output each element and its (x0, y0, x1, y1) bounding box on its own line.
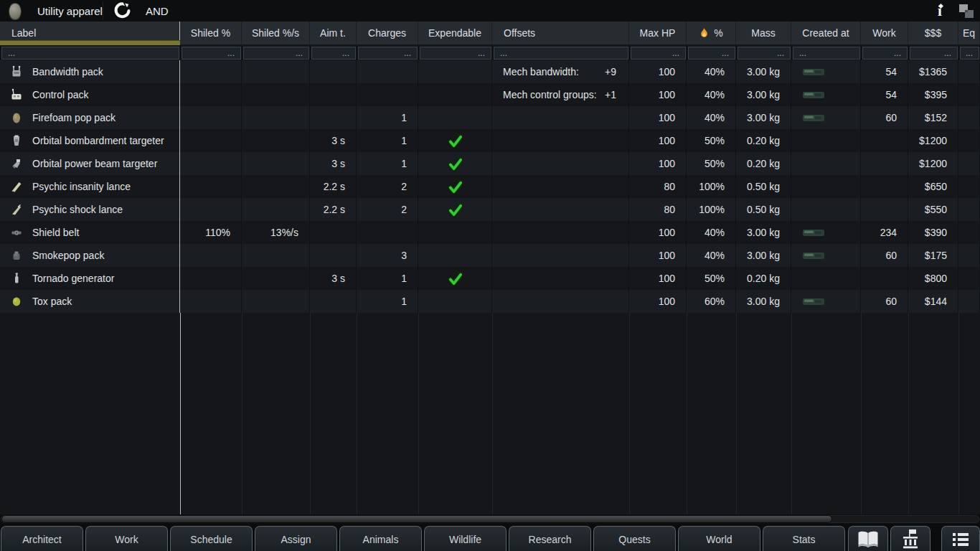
filter-cell-price[interactable]: ... (910, 47, 958, 60)
tab-animals[interactable]: Animals (339, 526, 422, 551)
table-row[interactable]: Tornado generator3 s110050%0.20 kg$800 (0, 267, 980, 290)
column-header-offsets[interactable]: Offsets (492, 22, 629, 44)
cell-value: 100 (659, 250, 675, 261)
overlapping-squares-icon[interactable] (957, 4, 976, 19)
cell-value: 3.00 kg (747, 296, 780, 307)
column-separator (736, 313, 737, 514)
cell-shield_rate (242, 198, 310, 221)
cell-value: 2 (401, 181, 407, 192)
column-header-flammability[interactable]: % (687, 22, 736, 44)
cell-price: $1200 (908, 129, 958, 152)
cell-value: 234 (880, 227, 897, 238)
scrollbar-thumb[interactable] (1, 515, 832, 523)
cell-max_hp: 100 (629, 129, 687, 152)
cell-shield_rate (242, 267, 310, 290)
cell-charges (357, 60, 418, 83)
cell-offsets (492, 152, 629, 175)
filter-cell-shield_rate[interactable]: ... (243, 47, 309, 60)
filter-cell-mass[interactable]: ... (738, 47, 791, 60)
column-header-charges[interactable]: Charges (357, 22, 418, 44)
column-header-shield_pct[interactable]: Shiled % (180, 22, 242, 44)
filter-cell-created_at[interactable]: ... (793, 47, 860, 60)
cell-expendable (418, 152, 492, 175)
column-header-expendable[interactable]: Expendable (418, 22, 492, 44)
column-header-shield_rate[interactable]: Shiled %/s (242, 22, 310, 44)
tab-factions-building[interactable] (890, 526, 930, 551)
table-row[interactable]: Psychic insanity lance2.2 s280100%0.50 k… (0, 175, 980, 198)
filter-cell-charges[interactable]: ... (358, 47, 418, 60)
table-row[interactable]: Tox pack110060%3.00 kg60$144 (0, 290, 980, 313)
cell-max_hp: 100 (629, 152, 687, 175)
table-row[interactable]: Control packMech control groups:+110040%… (0, 83, 980, 106)
cell-max_hp: 100 (629, 244, 687, 267)
table-row[interactable]: Firefoam pop pack110040%3.00 kg60$152 (0, 106, 980, 129)
control-pack-icon (10, 88, 23, 101)
cell-eq (958, 83, 980, 106)
tab-history-book[interactable] (848, 526, 888, 551)
column-header-eq[interactable]: Eq (958, 22, 980, 44)
tab-stats[interactable]: Stats (763, 526, 845, 551)
cell-value: 110% (205, 227, 230, 238)
cell-eq (958, 198, 980, 221)
column-header-price[interactable]: $$$ (908, 22, 958, 44)
filter-cell-expendable[interactable]: ... (420, 47, 491, 60)
offset-label: Mech bandwidth: (503, 66, 579, 77)
cell-value: $175 (925, 250, 947, 261)
tab-work[interactable]: Work (85, 526, 168, 551)
filter-cell-work[interactable]: ... (862, 47, 908, 60)
cell-price: $1200 (908, 152, 958, 175)
table-row[interactable]: Orbital power beam targeter3 s110050%0.2… (0, 152, 980, 175)
cell-charges: 1 (357, 129, 418, 152)
category-label[interactable]: Utility apparel (37, 0, 103, 22)
tab-schedule[interactable]: Schedule (170, 526, 253, 551)
cell-flammability: 100% (687, 175, 736, 198)
column-header-mass[interactable]: Mass (736, 22, 791, 44)
horizontal-scrollbar[interactable] (0, 514, 980, 524)
tab-architect[interactable]: Architect (1, 526, 83, 551)
cell-work: 54 (861, 60, 908, 83)
column-header-label: Mass (751, 27, 775, 39)
shield-belt-icon (10, 226, 23, 239)
cell-work: 60 (861, 106, 908, 129)
table-row[interactable]: Orbital bombardment targeter3 s110050%0.… (0, 129, 980, 152)
column-header-work[interactable]: Work (861, 22, 908, 44)
cell-value: 60% (705, 296, 725, 307)
cell-value: 50% (705, 135, 725, 146)
column-separator (357, 313, 357, 514)
filter-cell-flammability[interactable]: ... (688, 47, 735, 60)
tab-wildlife[interactable]: Wildlife (424, 526, 507, 551)
cell-created_at (791, 221, 861, 244)
filter-cell-eq[interactable]: ... (960, 47, 979, 60)
cell-aim (310, 83, 357, 106)
table-row[interactable]: Smokepop pack310040%3.00 kg60$175 (0, 244, 980, 267)
filter-cell-offsets[interactable]: ... (494, 47, 628, 60)
cell-value: 50% (705, 273, 725, 284)
firefoam-pop-pack-icon (10, 111, 23, 124)
cell-max_hp: 100 (629, 290, 687, 313)
table-row[interactable]: Bandwidth packMech bandwidth:+910040%3.0… (0, 60, 980, 83)
cell-mass: 0.20 kg (736, 152, 791, 175)
column-header-max_hp[interactable]: Max HP (629, 22, 687, 44)
column-header-aim[interactable]: Aim t. (310, 22, 357, 44)
cell-value: 0.20 kg (747, 158, 780, 169)
refresh-arrow-icon[interactable] (112, 1, 132, 20)
orbital-power-beam-targeter-icon (10, 157, 23, 170)
cell-shield_rate (242, 290, 310, 313)
tab-quests[interactable]: Quests (593, 526, 676, 551)
filter-cell-label[interactable]: ... (1, 47, 179, 60)
table-row[interactable]: Psychic shock lance2.2 s280100%0.50 kg$5… (0, 198, 980, 221)
operator-label[interactable]: AND (146, 0, 169, 22)
tab-research[interactable]: Research (509, 526, 591, 551)
flame-icon (699, 27, 710, 39)
offset-label: Mech control groups: (503, 89, 597, 100)
column-header-created_at[interactable]: Created at (791, 22, 861, 44)
tab-menu-list[interactable] (941, 526, 980, 551)
cell-mass: 0.50 kg (736, 198, 791, 221)
tab-assign[interactable]: Assign (255, 526, 337, 551)
tab-world[interactable]: World (678, 526, 760, 551)
filter-cell-max_hp[interactable]: ... (631, 47, 686, 60)
info-icon[interactable]: i (931, 2, 948, 19)
table-row[interactable]: Shield belt110%13%/s10040%3.00 kg234$390 (0, 221, 980, 244)
filter-cell-shield_pct[interactable]: ... (182, 47, 241, 60)
filter-cell-aim[interactable]: ... (311, 47, 356, 60)
